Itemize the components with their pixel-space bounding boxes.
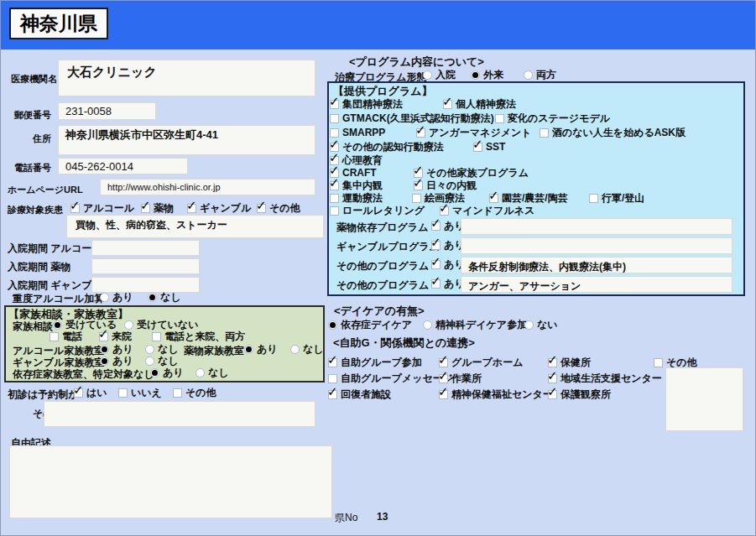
daycare-addiction[interactable]: 依存症デイケア — [328, 320, 412, 330]
program-stage-model[interactable]: 変化のステージモデル — [495, 113, 610, 124]
daycare-none[interactable]: ない — [524, 320, 558, 330]
checkbox[interactable] — [431, 279, 441, 289]
radio[interactable] — [328, 320, 337, 330]
family-method-phone[interactable]: 電話 — [50, 331, 82, 342]
checkbox[interactable] — [439, 390, 448, 399]
family-class-drug-no[interactable]: なし — [290, 344, 324, 355]
drug-program-input[interactable] — [461, 218, 733, 235]
disease-option-drug[interactable]: 薬物 — [141, 203, 174, 214]
coop-other-input[interactable] — [665, 367, 743, 431]
radio[interactable] — [423, 70, 432, 80]
coop-group-home[interactable]: グループホーム — [439, 357, 523, 368]
coop-recovery-facility[interactable]: 回復者施設 — [328, 389, 391, 400]
stay-drug-input[interactable] — [91, 258, 200, 274]
radio[interactable] — [423, 320, 432, 330]
radio[interactable] — [100, 293, 109, 302]
program-daily-naikan[interactable]: 日々の内観 — [414, 180, 477, 191]
radio[interactable] — [100, 356, 109, 366]
checkbox[interactable] — [548, 358, 557, 367]
postal-input[interactable]: 231-0058 — [58, 102, 156, 120]
family-class-gambling-no[interactable]: なし — [145, 356, 179, 367]
drug-program-yes[interactable]: あり — [431, 221, 465, 232]
severe-alcohol-no[interactable]: なし — [148, 292, 181, 303]
checkbox[interactable] — [330, 194, 339, 203]
radio[interactable] — [524, 320, 534, 330]
checkbox[interactable] — [431, 221, 441, 231]
checkbox[interactable] — [495, 114, 504, 123]
checkbox[interactable] — [431, 241, 441, 250]
checkbox[interactable] — [141, 204, 150, 213]
coop-workshop[interactable]: 作業所 — [439, 373, 482, 384]
checkbox[interactable] — [330, 100, 339, 109]
disease-option-gambling[interactable]: ギャンブル — [187, 203, 251, 214]
program-form-outpatient[interactable]: 外来 — [471, 70, 503, 81]
family-class-alcohol-no[interactable]: なし — [145, 344, 179, 355]
checkbox[interactable] — [443, 100, 452, 109]
checkbox[interactable] — [412, 194, 421, 203]
program-form-inpatient[interactable]: 入院 — [423, 70, 456, 81]
disease-option-other[interactable]: その他 — [257, 203, 300, 214]
family-class-dependency-no[interactable]: なし — [196, 367, 229, 378]
checkbox[interactable] — [414, 181, 423, 190]
first-visit-yes[interactable]: はい — [74, 388, 107, 398]
checkbox[interactable] — [173, 388, 182, 398]
radio[interactable] — [196, 368, 205, 377]
other-program-2-input[interactable]: アンガー、アサーション — [461, 276, 733, 293]
checkbox[interactable] — [99, 332, 108, 341]
program-mindfulness[interactable]: マインドフルネス — [440, 206, 534, 216]
family-class-drug-yes[interactable]: あり — [244, 344, 278, 355]
checkbox[interactable] — [548, 374, 557, 383]
radio[interactable] — [471, 70, 480, 80]
first-visit-other[interactable]: その他 — [173, 388, 216, 398]
radio[interactable] — [100, 345, 109, 354]
clinic-name-input[interactable]: 大石クリニック — [58, 60, 315, 96]
gambling-program-input[interactable] — [461, 237, 733, 254]
checkbox[interactable] — [257, 204, 266, 213]
radio[interactable] — [148, 293, 157, 302]
program-other-cbt[interactable]: その他の認知行動療法 — [330, 142, 444, 153]
checkbox[interactable] — [589, 194, 598, 203]
checkbox[interactable] — [439, 374, 448, 383]
free-text-input[interactable] — [9, 445, 332, 518]
checkbox[interactable] — [330, 114, 339, 123]
radio[interactable] — [244, 345, 253, 354]
coop-health-center[interactable]: 保健所 — [548, 357, 591, 368]
family-class-dependency-yes[interactable]: あり — [150, 367, 184, 378]
checkbox[interactable] — [187, 204, 196, 213]
checkbox[interactable] — [654, 358, 663, 367]
program-exercise-therapy[interactable]: 運動療法 — [330, 193, 383, 204]
checkbox[interactable] — [540, 128, 549, 138]
program-form-both[interactable]: 両方 — [524, 70, 556, 81]
family-method-both[interactable]: 電話と来院、両方 — [152, 331, 245, 342]
family-class-alcohol-yes[interactable]: あり — [100, 344, 133, 355]
coop-mental-health-welfare-center[interactable]: 精神保健福祉センター — [439, 389, 553, 400]
radio[interactable] — [524, 70, 533, 80]
program-individual-psychotherapy[interactable]: 個人精神療法 — [443, 99, 516, 110]
stay-gambling-input[interactable] — [91, 277, 200, 293]
radio[interactable] — [53, 320, 62, 330]
daycare-psychiatric[interactable]: 精神科デイケア参加 — [423, 320, 527, 330]
coop-self-help-participation[interactable]: 自助グループ参加 — [328, 357, 422, 368]
checkbox[interactable] — [328, 390, 337, 399]
family-method-visit[interactable]: 来院 — [99, 331, 132, 342]
program-ask-version[interactable]: 酒のない人生を始めるASK版 — [540, 127, 686, 138]
radio[interactable] — [124, 320, 133, 330]
program-sst[interactable]: SST — [473, 142, 505, 153]
family-consult-not-receiving[interactable]: 受けていない — [124, 320, 198, 330]
first-visit-no[interactable]: いいえ — [118, 388, 162, 398]
stay-alcohol-input[interactable] — [91, 240, 200, 256]
checkbox[interactable] — [489, 194, 498, 203]
family-class-gambling-yes[interactable]: あり — [100, 356, 133, 367]
radio[interactable] — [150, 368, 159, 377]
checkbox[interactable] — [416, 128, 425, 138]
checkbox[interactable] — [548, 390, 557, 399]
severe-alcohol-yes[interactable]: あり — [100, 292, 133, 303]
checkbox[interactable] — [118, 388, 128, 398]
program-other-family[interactable]: その他家族プログラム — [414, 168, 529, 179]
checkbox[interactable] — [473, 143, 482, 152]
radio[interactable] — [145, 356, 154, 366]
program-group-psychotherapy[interactable]: 集団精神療法 — [330, 99, 403, 110]
disease-other-detail-input[interactable]: 買物、性、病的窃盗、ストーカー — [66, 215, 324, 238]
coop-probation-office[interactable]: 保護観察所 — [548, 389, 611, 400]
radio[interactable] — [290, 345, 300, 354]
